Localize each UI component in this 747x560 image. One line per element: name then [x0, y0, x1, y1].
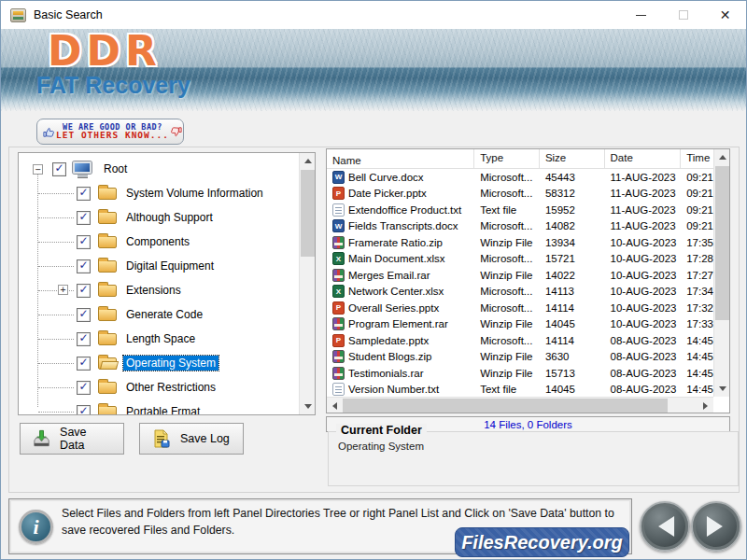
nav-forward-button[interactable] — [691, 501, 741, 552]
scroll-thumb[interactable] — [301, 170, 315, 257]
close-button[interactable]: ✕ — [704, 1, 746, 29]
current-folder-value: Operating System — [338, 441, 424, 452]
tree-expander[interactable] — [58, 285, 68, 295]
directory-tree-panel: Root System Volume Information Although … — [18, 152, 316, 415]
file-name-cell: Student Blogs.zip — [348, 351, 432, 362]
tree-checkbox[interactable] — [77, 381, 91, 395]
excel-file-icon — [332, 252, 345, 265]
scroll-thumb[interactable] — [715, 166, 729, 320]
tree-checkbox[interactable] — [77, 259, 91, 273]
file-size-cell: 15713 — [540, 368, 605, 379]
file-size-cell: 13934 — [540, 237, 605, 248]
save-log-button[interactable]: Save Log — [139, 423, 244, 455]
file-size-cell: 45443 — [540, 172, 605, 183]
table-row[interactable]: Bell Curve.docx Microsoft... 45443 11-AU… — [327, 169, 713, 186]
tree-row[interactable]: Although Support — [19, 205, 299, 230]
scroll-down-button[interactable] — [714, 381, 730, 397]
table-row[interactable]: Date Picker.pptx Microsoft... 58312 11-A… — [327, 186, 713, 203]
column-header-size[interactable]: Size — [540, 149, 605, 168]
tree-row[interactable]: Length Space — [19, 327, 299, 351]
file-time-cell: 09:21 — [681, 188, 713, 199]
tree-row[interactable]: Digital Equipment — [19, 254, 299, 278]
feedback-button[interactable]: WE ARE GOOD OR BAD? LET OTHERS KNOW... — [36, 119, 184, 145]
tree-row[interactable]: Components — [19, 230, 299, 254]
zip-file-icon — [332, 236, 345, 249]
table-row[interactable]: Testimonials.rar Winzip File 15713 08-AU… — [327, 365, 713, 382]
file-name-cell: Sampledate.pptx — [348, 335, 429, 346]
maximize-button[interactable] — [662, 1, 704, 29]
zip-file-icon — [332, 317, 345, 330]
table-row[interactable]: Extendoffice Product.txt Text file 15952… — [327, 202, 713, 218]
file-time-cell: 09:21 — [681, 220, 713, 231]
tree-checkbox[interactable] — [77, 187, 91, 201]
file-date-cell: 08-AUG-2023 — [605, 384, 682, 395]
save-data-button[interactable]: Save Data — [20, 423, 124, 455]
tree-row[interactable]: Portable Frmat — [19, 399, 299, 414]
tree-checkbox[interactable] — [77, 284, 91, 298]
tree-row[interactable]: Other Restrictions — [19, 375, 299, 399]
scroll-left-button[interactable] — [327, 398, 343, 413]
table-row[interactable]: Main Document.xlsx Microsoft... 15721 10… — [327, 251, 713, 268]
table-row[interactable]: Fields Transcripts.docx Microsoft... 140… — [327, 218, 713, 235]
tree-expander[interactable] — [33, 164, 43, 175]
column-header-time[interactable]: Time — [681, 149, 713, 168]
tree-checkbox[interactable] — [77, 211, 91, 225]
directory-tree: Root System Volume Information Although … — [19, 153, 299, 414]
info-icon: i — [19, 510, 53, 544]
tree-row[interactable]: Extensions — [19, 278, 299, 302]
brand-link[interactable]: FilesRecovery.org — [455, 527, 629, 557]
tree-row[interactable]: Operating System — [19, 351, 299, 375]
excel-file-icon — [332, 285, 345, 298]
file-time-cell: 17:35 — [681, 237, 713, 248]
folder-icon — [98, 333, 117, 345]
table-row[interactable]: Merges Email.rar Winzip File 14022 10-AU… — [327, 267, 713, 284]
computer-icon — [73, 161, 93, 177]
file-size-cell: 14114 — [540, 302, 605, 314]
arrow-up-icon — [719, 151, 726, 160]
table-row[interactable]: Overall Series.pptx Microsoft... 14114 1… — [327, 300, 713, 316]
tree-row[interactable]: Generate Code — [19, 302, 299, 327]
tree-checkbox[interactable] — [77, 235, 91, 249]
file-name-cell: Extendoffice Product.txt — [348, 204, 461, 216]
scroll-up-button[interactable] — [714, 149, 730, 165]
table-row[interactable]: Network Center.xlsx Microsoft... 14113 1… — [327, 284, 713, 301]
column-header-type[interactable]: Type — [474, 149, 540, 168]
file-time-cell: 14:45 — [681, 384, 713, 395]
minimize-button[interactable] — [620, 1, 662, 29]
back-arrow-icon — [648, 516, 674, 537]
tree-row[interactable]: System Volume Information — [19, 181, 299, 205]
tree-checkbox[interactable] — [77, 332, 91, 346]
app-window: Basic Search ✕ DDR FAT Recovery WE ARE G… — [0, 0, 747, 560]
file-name-cell: Main Document.xlsx — [348, 253, 445, 264]
scroll-right-button[interactable] — [698, 398, 713, 413]
tree-checkbox[interactable] — [77, 405, 91, 415]
table-row[interactable]: Version Number.txt Text file 14045 08-AU… — [327, 382, 713, 398]
scroll-down-button[interactable] — [300, 399, 316, 414]
minimize-icon — [636, 15, 646, 16]
table-row[interactable]: Sampledate.pptx Microsoft... 14114 08-AU… — [327, 332, 713, 349]
file-time-cell: 09:21 — [681, 204, 713, 216]
tree-item-label: Components — [123, 234, 192, 249]
tree-vertical-scrollbar[interactable] — [299, 153, 315, 414]
tree-row[interactable]: Root — [19, 157, 299, 181]
file-type-cell: Microsoft... — [474, 172, 540, 183]
file-size-cell: 14114 — [540, 335, 605, 346]
file-date-cell: 11-AUG-2023 — [605, 188, 682, 199]
tree-checkbox[interactable] — [77, 308, 91, 322]
table-row[interactable]: Framerate Ratio.zip Winzip File 13934 10… — [327, 234, 713, 251]
save-data-label: Save Data — [60, 426, 112, 452]
save-log-icon — [151, 428, 172, 449]
tree-item-label: Root — [101, 161, 130, 176]
tree-checkbox[interactable] — [52, 162, 66, 176]
table-row[interactable]: Student Blogs.zip Winzip File 3630 08-AU… — [327, 349, 713, 366]
column-header-name[interactable]: Name — [327, 149, 474, 168]
list-vertical-scrollbar[interactable] — [713, 149, 729, 397]
table-row[interactable]: Program Element.rar Winzip File 14045 10… — [327, 316, 713, 333]
list-horizontal-scrollbar[interactable] — [327, 397, 713, 413]
scroll-up-button[interactable] — [300, 153, 316, 169]
nav-back-button[interactable] — [640, 501, 690, 552]
scroll-thumb[interactable] — [343, 399, 668, 413]
file-size-cell: 3630 — [540, 351, 605, 362]
tree-checkbox[interactable] — [77, 357, 91, 371]
column-header-date[interactable]: Date — [605, 149, 682, 168]
